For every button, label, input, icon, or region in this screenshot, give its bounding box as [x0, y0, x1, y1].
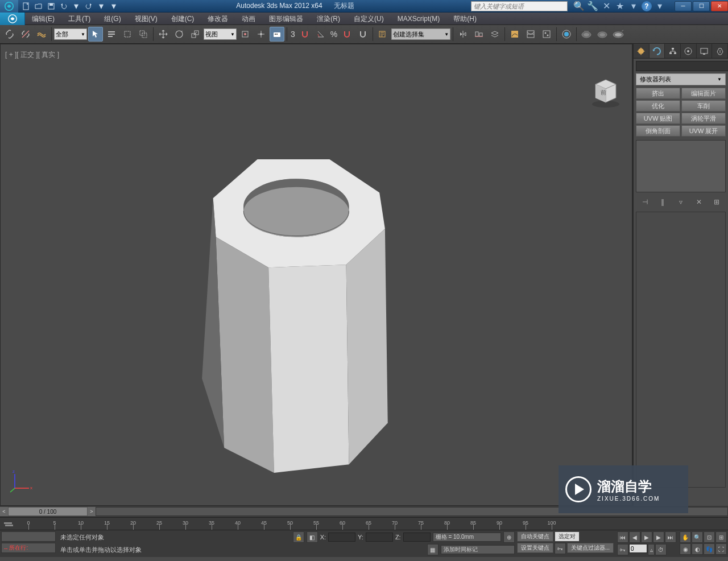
x-input[interactable]	[328, 533, 355, 542]
help-search-input[interactable]	[471, 1, 568, 11]
unlink-icon[interactable]	[18, 27, 33, 42]
align-icon[interactable]	[471, 27, 486, 42]
menu-customize[interactable]: 自定义(U)	[347, 13, 391, 25]
configure-sets-icon[interactable]: ⊞	[712, 197, 722, 207]
edit-named-sel-icon[interactable]	[375, 27, 390, 42]
object-name-input[interactable]	[636, 61, 728, 71]
key-icon[interactable]: 🔧	[587, 1, 598, 11]
material-editor-icon[interactable]	[539, 27, 554, 42]
lock-selection-icon[interactable]: 🔒	[293, 531, 304, 543]
keyboard-shortcut-icon[interactable]	[270, 27, 284, 42]
render-icon[interactable]	[611, 27, 626, 42]
time-slider[interactable]: 0 / 100	[8, 507, 88, 516]
render-setup-icon[interactable]	[559, 27, 574, 42]
modifier-stack[interactable]	[636, 140, 726, 192]
fov-icon[interactable]: ◐	[692, 543, 703, 555]
object-octagon-prism[interactable]	[183, 144, 404, 485]
save-icon[interactable]	[46, 1, 57, 11]
menu-modifiers[interactable]: 修改器	[201, 13, 235, 25]
maximize-viewport-icon[interactable]: ⛶	[715, 543, 727, 555]
menu-maxscript[interactable]: MAXScript(M)	[391, 13, 447, 25]
menu-tools[interactable]: 工具(T)	[61, 13, 97, 25]
minimize-button[interactable]: ─	[675, 1, 692, 11]
auto-key-button[interactable]: 自动关键点	[517, 531, 553, 542]
mod-btn-uvwunwrap[interactable]: UVW 展开	[681, 125, 726, 137]
key-filters-button[interactable]: 关键点过滤器...	[567, 543, 614, 553]
prev-frame-icon[interactable]: ◀	[629, 531, 640, 543]
trackbar-toggle-icon[interactable]	[0, 518, 17, 530]
modifier-list-dropdown[interactable]: 修改器列表▼	[636, 73, 726, 85]
move-icon[interactable]	[156, 27, 171, 42]
binoculars-icon[interactable]: 🔍	[573, 1, 585, 11]
time-next-button[interactable]: >	[88, 507, 96, 516]
mod-btn-bevelprofile[interactable]: 倒角剖面	[636, 125, 680, 137]
zoom-region-icon[interactable]: ⊞	[715, 531, 727, 543]
angle-snap-icon[interactable]	[313, 27, 328, 42]
ruler-ticks[interactable]: 0510152025303540455055606570758085909510…	[17, 518, 631, 530]
key-mode-icon[interactable]: 🗝	[555, 543, 566, 554]
script-listener-line1[interactable]	[1, 531, 56, 542]
script-listener-line2[interactable]: -- 所在行:	[1, 543, 56, 553]
refcoord-dropdown[interactable]: 视图▼	[204, 28, 237, 40]
snap-toggle-icon[interactable]	[297, 27, 312, 42]
zoom-icon[interactable]: 🔍	[692, 531, 703, 543]
favorite-icon[interactable]: ★	[614, 1, 626, 11]
key-mode-toggle-icon[interactable]: 🗝	[617, 544, 628, 555]
goto-end-icon[interactable]: ⏭	[665, 531, 676, 543]
help-dd-icon[interactable]: ▾	[654, 1, 665, 11]
selection-filter-dropdown[interactable]: 全部▼	[54, 28, 87, 40]
menu-create[interactable]: 创建(C)	[164, 13, 201, 25]
menu-rendering[interactable]: 渲染(R)	[310, 13, 347, 25]
mod-btn-extrude[interactable]: 挤出	[636, 88, 680, 99]
mod-btn-editpatch[interactable]: 编辑面片	[681, 88, 726, 99]
title-dd-icon[interactable]: ▾	[628, 1, 639, 11]
render-prod-icon[interactable]	[595, 27, 610, 42]
link-icon[interactable]	[2, 27, 17, 42]
redo-icon[interactable]	[83, 1, 94, 11]
application-menu-button[interactable]	[0, 13, 25, 25]
mod-btn-lathe[interactable]: 车削	[681, 100, 726, 112]
isolate-icon[interactable]: ◧	[307, 531, 318, 543]
rotate-icon[interactable]	[172, 27, 187, 42]
spinner-snap-icon[interactable]	[355, 27, 370, 42]
undo-dd-icon[interactable]: ▾	[71, 1, 82, 11]
viewport[interactable]: [ + ][ 正交 ][ 真实 ] 前 z x	[0, 44, 632, 506]
undo-icon[interactable]	[58, 1, 69, 11]
named-selection-dropdown[interactable]: 创建选择集▼	[391, 28, 450, 40]
menu-views[interactable]: 视图(V)	[128, 13, 164, 25]
tab-motion[interactable]	[681, 44, 697, 58]
tab-utilities[interactable]	[712, 44, 728, 58]
pivot-center-icon[interactable]	[238, 27, 253, 42]
percent-snap-icon[interactable]	[340, 27, 354, 42]
window-crossing-icon[interactable]	[136, 27, 151, 42]
current-frame-input[interactable]	[629, 544, 647, 553]
tab-create[interactable]	[634, 44, 650, 58]
pin-stack-icon[interactable]: ⊣	[640, 197, 650, 207]
mirror-icon[interactable]	[456, 27, 470, 42]
orbit-icon[interactable]: ◉	[680, 543, 691, 555]
mod-btn-uvwmap[interactable]: UVW 贴图	[636, 113, 680, 124]
walk-icon[interactable]: 👣	[704, 543, 715, 555]
menu-graph[interactable]: 图形编辑器	[262, 13, 310, 25]
make-unique-icon[interactable]: ▿	[676, 197, 686, 207]
maximize-button[interactable]: ☐	[693, 1, 710, 11]
y-input[interactable]	[366, 533, 393, 542]
menu-help[interactable]: 帮助(H)	[446, 13, 483, 25]
help-icon[interactable]: ?	[642, 1, 652, 11]
pan-icon[interactable]: ✋	[680, 531, 691, 543]
remove-modifier-icon[interactable]: ✕	[694, 197, 704, 207]
viewport-label[interactable]: [ + ][ 正交 ][ 真实 ]	[5, 50, 59, 60]
next-frame-icon[interactable]: ▶	[653, 531, 664, 543]
set-key-button[interactable]: 设置关键点	[517, 543, 553, 553]
menu-group[interactable]: 组(G)	[97, 13, 127, 25]
mod-btn-optimize[interactable]: 优化	[636, 100, 680, 112]
mod-btn-turbosmooth[interactable]: 涡轮平滑	[681, 113, 726, 124]
frame-spinner-icon[interactable]: ▵	[648, 544, 655, 555]
redo-dd-icon[interactable]: ▾	[96, 1, 107, 11]
rect-select-icon[interactable]	[120, 27, 135, 42]
bind-spacewarp-icon[interactable]	[34, 27, 49, 42]
show-end-result-icon[interactable]: ‖	[657, 197, 668, 207]
z-input[interactable]	[403, 533, 431, 542]
open-icon[interactable]	[33, 1, 44, 11]
comm-center-icon[interactable]: ⊕	[503, 531, 515, 543]
